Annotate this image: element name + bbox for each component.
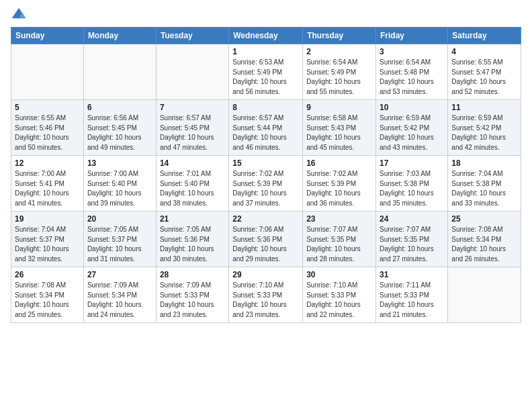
calendar-cell: 28Sunrise: 7:09 AM Sunset: 5:33 PM Dayli…	[156, 267, 228, 323]
calendar-cell: 27Sunrise: 7:09 AM Sunset: 5:34 PM Dayli…	[83, 267, 156, 323]
day-number: 18	[451, 158, 517, 168]
day-info: Sunrise: 6:55 AM Sunset: 5:47 PM Dayligh…	[451, 58, 517, 97]
calendar-cell: 1Sunrise: 6:53 AM Sunset: 5:49 PM Daylig…	[229, 44, 303, 100]
calendar-cell: 15Sunrise: 7:02 AM Sunset: 5:39 PM Dayli…	[229, 156, 303, 212]
day-info: Sunrise: 7:01 AM Sunset: 5:40 PM Dayligh…	[160, 169, 225, 208]
day-info: Sunrise: 7:06 AM Sunset: 5:36 PM Dayligh…	[232, 225, 299, 264]
calendar-cell: 29Sunrise: 7:10 AM Sunset: 5:33 PM Dayli…	[229, 267, 303, 323]
day-info: Sunrise: 6:58 AM Sunset: 5:43 PM Dayligh…	[306, 113, 372, 152]
calendar-cell: 11Sunrise: 6:59 AM Sunset: 5:42 PM Dayli…	[448, 100, 521, 156]
day-info: Sunrise: 7:09 AM Sunset: 5:34 PM Dayligh…	[87, 281, 152, 320]
calendar-cell: 9Sunrise: 6:58 AM Sunset: 5:43 PM Daylig…	[303, 100, 376, 156]
calendar-cell: 4Sunrise: 6:55 AM Sunset: 5:47 PM Daylig…	[448, 44, 521, 100]
calendar-cell: 8Sunrise: 6:57 AM Sunset: 5:44 PM Daylig…	[229, 100, 303, 156]
day-number: 7	[160, 103, 225, 112]
day-number: 29	[232, 270, 299, 279]
day-info: Sunrise: 6:53 AM Sunset: 5:49 PM Dayligh…	[232, 58, 299, 97]
day-number: 6	[87, 103, 152, 112]
calendar-cell: 16Sunrise: 7:02 AM Sunset: 5:39 PM Dayli…	[303, 156, 376, 212]
day-info: Sunrise: 7:08 AM Sunset: 5:34 PM Dayligh…	[15, 281, 80, 320]
day-info: Sunrise: 6:57 AM Sunset: 5:45 PM Dayligh…	[160, 113, 225, 152]
day-info: Sunrise: 7:05 AM Sunset: 5:36 PM Dayligh…	[160, 225, 225, 264]
logo-icon	[11, 7, 27, 23]
day-number: 26	[15, 270, 80, 279]
day-number: 19	[15, 214, 80, 224]
day-info: Sunrise: 7:08 AM Sunset: 5:34 PM Dayligh…	[451, 225, 517, 264]
day-number: 4	[451, 47, 517, 56]
calendar-cell: 25Sunrise: 7:08 AM Sunset: 5:34 PM Dayli…	[448, 212, 521, 267]
calendar-cell: 7Sunrise: 6:57 AM Sunset: 5:45 PM Daylig…	[156, 100, 228, 156]
day-number: 16	[306, 158, 372, 168]
calendar-cell: 5Sunrise: 6:55 AM Sunset: 5:46 PM Daylig…	[11, 100, 84, 156]
day-number: 3	[380, 47, 444, 56]
day-info: Sunrise: 7:10 AM Sunset: 5:33 PM Dayligh…	[306, 281, 372, 320]
calendar-cell: 30Sunrise: 7:10 AM Sunset: 5:33 PM Dayli…	[303, 267, 376, 323]
header-day-saturday: Saturday	[448, 28, 521, 44]
day-info: Sunrise: 6:54 AM Sunset: 5:48 PM Dayligh…	[380, 58, 444, 97]
day-number: 23	[306, 214, 372, 224]
calendar-cell: 26Sunrise: 7:08 AM Sunset: 5:34 PM Dayli…	[11, 267, 84, 323]
day-number: 8	[232, 103, 299, 112]
day-info: Sunrise: 7:02 AM Sunset: 5:39 PM Dayligh…	[232, 169, 299, 208]
day-number: 25	[451, 214, 517, 224]
calendar-cell: 24Sunrise: 7:07 AM Sunset: 5:35 PM Dayli…	[376, 212, 448, 267]
header-day-thursday: Thursday	[303, 28, 376, 44]
calendar-cell: 13Sunrise: 7:00 AM Sunset: 5:40 PM Dayli…	[83, 156, 156, 212]
week-row-1: 1Sunrise: 6:53 AM Sunset: 5:49 PM Daylig…	[11, 44, 521, 100]
header-day-sunday: Sunday	[11, 28, 84, 44]
calendar-table: SundayMondayTuesdayWednesdayThursdayFrid…	[11, 27, 521, 323]
day-number: 9	[306, 103, 372, 112]
calendar-cell: 23Sunrise: 7:07 AM Sunset: 5:35 PM Dayli…	[303, 212, 376, 267]
day-info: Sunrise: 6:59 AM Sunset: 5:42 PM Dayligh…	[451, 113, 517, 152]
calendar-cell	[11, 44, 84, 100]
logo	[11, 7, 30, 23]
day-info: Sunrise: 7:09 AM Sunset: 5:33 PM Dayligh…	[160, 281, 225, 320]
day-number: 28	[160, 270, 225, 279]
day-info: Sunrise: 7:11 AM Sunset: 5:33 PM Dayligh…	[380, 281, 444, 320]
day-number: 20	[87, 214, 152, 224]
day-info: Sunrise: 7:02 AM Sunset: 5:39 PM Dayligh…	[306, 169, 372, 208]
day-info: Sunrise: 7:00 AM Sunset: 5:40 PM Dayligh…	[87, 169, 152, 208]
day-info: Sunrise: 7:04 AM Sunset: 5:38 PM Dayligh…	[451, 169, 517, 208]
day-info: Sunrise: 7:05 AM Sunset: 5:37 PM Dayligh…	[87, 225, 152, 264]
day-info: Sunrise: 6:55 AM Sunset: 5:46 PM Dayligh…	[15, 113, 80, 152]
calendar-cell: 17Sunrise: 7:03 AM Sunset: 5:38 PM Dayli…	[376, 156, 448, 212]
day-number: 10	[380, 103, 444, 112]
header-day-friday: Friday	[376, 28, 448, 44]
day-number: 5	[15, 103, 80, 112]
calendar-cell	[156, 44, 228, 100]
calendar-cell: 10Sunrise: 6:59 AM Sunset: 5:42 PM Dayli…	[376, 100, 448, 156]
calendar-cell	[83, 44, 156, 100]
week-row-3: 12Sunrise: 7:00 AM Sunset: 5:41 PM Dayli…	[11, 156, 521, 212]
day-info: Sunrise: 6:57 AM Sunset: 5:44 PM Dayligh…	[232, 113, 299, 152]
day-number: 2	[306, 47, 372, 56]
day-number: 22	[232, 214, 299, 224]
calendar-cell: 3Sunrise: 6:54 AM Sunset: 5:48 PM Daylig…	[376, 44, 448, 100]
calendar-cell: 6Sunrise: 6:56 AM Sunset: 5:45 PM Daylig…	[83, 100, 156, 156]
week-row-4: 19Sunrise: 7:04 AM Sunset: 5:37 PM Dayli…	[11, 212, 521, 267]
header-row: SundayMondayTuesdayWednesdayThursdayFrid…	[11, 28, 521, 44]
day-number: 30	[306, 270, 372, 279]
day-info: Sunrise: 7:04 AM Sunset: 5:37 PM Dayligh…	[15, 225, 80, 264]
calendar-cell: 21Sunrise: 7:05 AM Sunset: 5:36 PM Dayli…	[156, 212, 228, 267]
day-number: 12	[15, 158, 80, 168]
day-info: Sunrise: 7:00 AM Sunset: 5:41 PM Dayligh…	[15, 169, 80, 208]
calendar-cell: 19Sunrise: 7:04 AM Sunset: 5:37 PM Dayli…	[11, 212, 84, 267]
day-number: 27	[87, 270, 152, 279]
calendar-cell: 31Sunrise: 7:11 AM Sunset: 5:33 PM Dayli…	[376, 267, 448, 323]
day-number: 14	[160, 158, 225, 168]
day-info: Sunrise: 6:56 AM Sunset: 5:45 PM Dayligh…	[87, 113, 152, 152]
calendar-cell: 22Sunrise: 7:06 AM Sunset: 5:36 PM Dayli…	[229, 212, 303, 267]
header-day-wednesday: Wednesday	[229, 28, 303, 44]
day-number: 11	[451, 103, 517, 112]
calendar-cell: 12Sunrise: 7:00 AM Sunset: 5:41 PM Dayli…	[11, 156, 84, 212]
header-day-monday: Monday	[83, 28, 156, 44]
header-day-tuesday: Tuesday	[156, 28, 228, 44]
day-number: 24	[380, 214, 444, 224]
calendar-cell: 2Sunrise: 6:54 AM Sunset: 5:49 PM Daylig…	[303, 44, 376, 100]
day-number: 15	[232, 158, 299, 168]
day-number: 1	[232, 47, 299, 56]
week-row-5: 26Sunrise: 7:08 AM Sunset: 5:34 PM Dayli…	[11, 267, 521, 323]
calendar-cell	[448, 267, 521, 323]
day-number: 31	[380, 270, 444, 279]
